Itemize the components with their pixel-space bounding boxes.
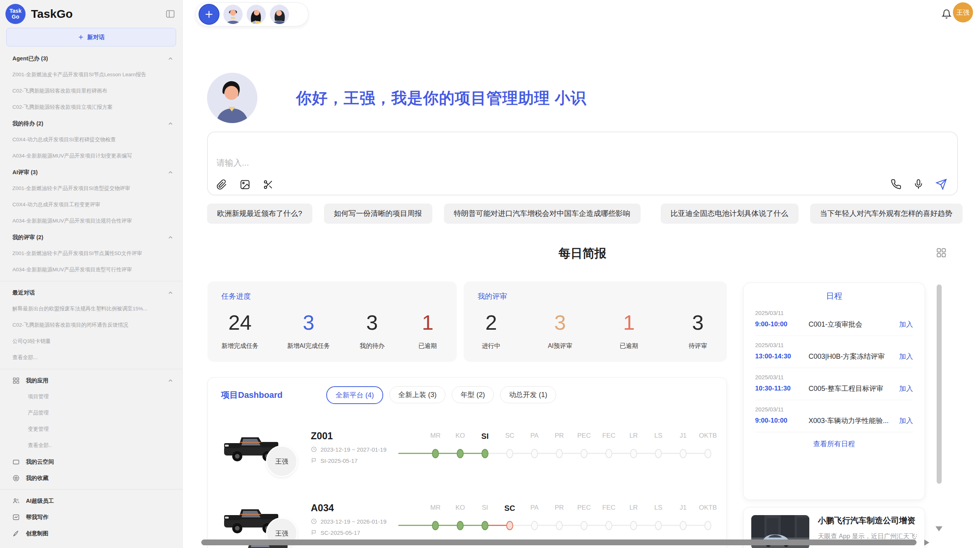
app-item-change-mgmt[interactable]: 变更管理 — [12, 426, 49, 433]
milestone-label: SC — [497, 432, 522, 441]
chevron-up-icon[interactable] — [167, 377, 174, 384]
stat-label: AI预评审 — [547, 342, 574, 350]
join-meeting-link[interactable]: 加入 — [899, 416, 913, 425]
sidebar-item[interactable]: C02-飞腾新能源轻客改款项目里程碑画布 — [12, 87, 107, 94]
sidebar-item-label: 我的应用 — [26, 377, 161, 384]
sidebar-item[interactable]: A034-全新新能源MUV产品开发项目造型可行性评审 — [12, 266, 132, 273]
filter-year-model[interactable]: 年型 (2) — [452, 386, 494, 403]
sidebar-item-my-apps[interactable]: 我的应用 — [12, 372, 174, 389]
sidebar-item-help-write[interactable]: 帮我写作 — [12, 509, 174, 525]
voice-call-icon[interactable] — [891, 179, 901, 190]
sidebar-item-cloud-space[interactable]: 我的云空间 — [12, 454, 174, 470]
recent-chat-view-all[interactable]: 查看全部... — [12, 354, 38, 361]
milestone-dot — [655, 449, 662, 458]
milestone-label: J1 — [671, 432, 696, 441]
new-chat-button[interactable]: 新对话 — [6, 28, 176, 46]
agent-avatar-1[interactable] — [223, 5, 243, 24]
sidebar-item[interactable]: Z001-全新燃油轻卡产品开发项目SI造型提交物评审 — [12, 185, 130, 192]
filter-new-platform[interactable]: 全新平台 (4) — [326, 386, 383, 404]
milestone-label: LS — [646, 504, 671, 513]
recent-chat-item[interactable]: C02-飞腾新能源轻客改款项目的闭环通告反馈情况 — [12, 322, 128, 329]
milestone-label-active: SC — [497, 504, 522, 513]
sidebar-item[interactable]: C0X4-动力总成开发项目SI里程碑提交物检查 — [12, 136, 116, 143]
notification-bell-icon[interactable] — [941, 9, 952, 19]
section-my-review[interactable]: 我的评审 (2) — [12, 229, 174, 245]
join-meeting-link[interactable]: 加入 — [899, 352, 913, 361]
suggestion-chip[interactable]: 当下年轻人对汽车外观有怎样的喜好趋势 — [810, 204, 963, 224]
suggestion-chip[interactable]: 特朗普可能对进口汽车增税会对中国车企造成哪些影响 — [444, 204, 641, 224]
sidebar-item-ai-employee[interactable]: AI超级员工 — [12, 493, 174, 509]
milestone-line-done — [398, 453, 485, 454]
recent-chat-item[interactable]: 公司Q3轻卡销量 — [12, 338, 51, 345]
chevron-up-icon[interactable] — [167, 55, 174, 62]
sidebar-collapse-icon[interactable] — [164, 8, 176, 20]
stat-label: 已逾期 — [414, 342, 441, 350]
milestone-dot — [556, 449, 563, 458]
join-meeting-link[interactable]: 加入 — [899, 320, 913, 329]
chevron-up-icon[interactable] — [167, 289, 174, 296]
suggestion-chip[interactable]: 比亚迪全固态电池计划具体说了什么 — [661, 204, 798, 224]
task-progress-card: 任务进度 24 新增完成任务 3 新增AI完成任务 3 我的待办 1 已逾期 — [207, 281, 457, 362]
task-progress-title: 任务进度 — [221, 291, 441, 301]
stat-value: 3 — [287, 307, 330, 338]
app-item-project-mgmt[interactable]: 项目管理 — [12, 393, 49, 400]
insert-image-icon[interactable] — [240, 179, 250, 190]
sidebar-item[interactable]: Z001-全新燃油皮卡产品开发项目SI节点Lesson Learn报告 — [12, 71, 146, 78]
app-item-product-mgmt[interactable]: 产品管理 — [12, 409, 49, 416]
project-node: SC-2025-05-17 — [320, 529, 360, 536]
app-item-view-all[interactable]: 查看全部.. — [12, 442, 52, 449]
suggestion-chip[interactable]: 欧洲新规最近颁布了什么? — [207, 204, 312, 224]
horizontal-scrollbar[interactable] — [201, 539, 917, 545]
filter-powertrain[interactable]: 动总开发 (1) — [500, 386, 556, 403]
sidebar-item[interactable]: Z001-全新燃油轻卡产品开发项目SI节点属性5D文件评审 — [12, 250, 142, 257]
milestone-dot — [680, 521, 687, 530]
chat-input-box[interactable]: 请输入... — [207, 132, 958, 195]
filter-new-body[interactable]: 全新上装 (3) — [389, 386, 445, 403]
section-agent-done[interactable]: Agent已办 (3) — [12, 50, 174, 67]
sidebar-item-label: 帮我写作 — [26, 514, 48, 521]
sidebar-item[interactable]: C0X4-动力总成开发项目工程变更评审 — [12, 201, 100, 208]
milestone-label: PR — [547, 432, 572, 441]
chevron-up-icon[interactable] — [167, 169, 174, 176]
section-ai-review[interactable]: AI评审 (3) — [12, 164, 174, 180]
milestone-label: OKTB — [696, 504, 720, 513]
project-dates: 2023-12-19 ~ 2027-01-19 — [320, 446, 387, 453]
chevron-up-icon[interactable] — [167, 120, 174, 127]
add-agent-button[interactable] — [199, 4, 219, 25]
milestone-timeline: MR KO SI SC PA PR PEC FEC LR LS J1 OKTB — [423, 432, 720, 462]
agent-avatar-2[interactable] — [247, 5, 266, 24]
vertical-scrollbar[interactable] — [937, 284, 942, 484]
section-title: Agent已办 (3) — [12, 55, 48, 62]
sidebar-item[interactable]: A034-全新新能源MUV产品开发项目计划变更表编写 — [12, 152, 132, 159]
sidebar-item-favorites[interactable]: 我的收藏 — [12, 470, 174, 486]
suggestion-chip[interactable]: 如何写一份清晰的项目周报 — [324, 204, 432, 224]
divider — [0, 369, 182, 369]
attach-file-icon[interactable] — [216, 179, 227, 190]
schedule-event-title: C005-整车工程目标评审 — [809, 384, 899, 393]
milestone-label-active: SI — [473, 432, 497, 441]
sidebar-item[interactable]: A034-全新新能源MUV产品开发项目法规符合性评审 — [12, 217, 132, 224]
scissors-icon[interactable] — [263, 179, 274, 190]
project-row-z001[interactable]: 王强 Z001 2023-12-19 ~ 2027-01-19 SI-2025-… — [221, 418, 726, 476]
sidebar-header: Task Go TaskGo — [0, 0, 182, 26]
user-avatar[interactable]: 王强 — [953, 2, 973, 22]
send-icon[interactable] — [935, 178, 947, 190]
milestone-label: PA — [522, 504, 547, 513]
scroll-down-arrow[interactable] — [935, 526, 942, 531]
microphone-icon[interactable] — [913, 179, 924, 190]
agent-avatar-3[interactable] — [270, 5, 289, 24]
chevron-up-icon[interactable] — [167, 234, 174, 241]
section-recent-chats[interactable]: 最近对话 — [12, 284, 174, 301]
scroll-right-arrow[interactable] — [924, 539, 929, 546]
schedule-time: 10:30-11:30 — [755, 385, 809, 392]
stat-pending-review: 3 待评审 — [684, 307, 711, 350]
section-my-todo[interactable]: 我的待办 (2) — [12, 115, 174, 132]
view-all-schedule-link[interactable]: 查看所有日程 — [755, 439, 913, 449]
milestone-label: FEC — [596, 432, 621, 441]
layout-grid-icon[interactable] — [935, 247, 947, 259]
agent-avatars-pill — [195, 2, 308, 26]
recent-chat-item[interactable]: 解释最新出台的欧盟报废车法规再生塑料比例被调至15%... — [12, 305, 147, 312]
sidebar-item[interactable]: C02-飞腾新能源轻客改款项目立项汇报方案 — [12, 104, 113, 111]
sidebar-item-creative-draw[interactable]: 创意制图 — [12, 525, 174, 541]
join-meeting-link[interactable]: 加入 — [899, 384, 913, 393]
